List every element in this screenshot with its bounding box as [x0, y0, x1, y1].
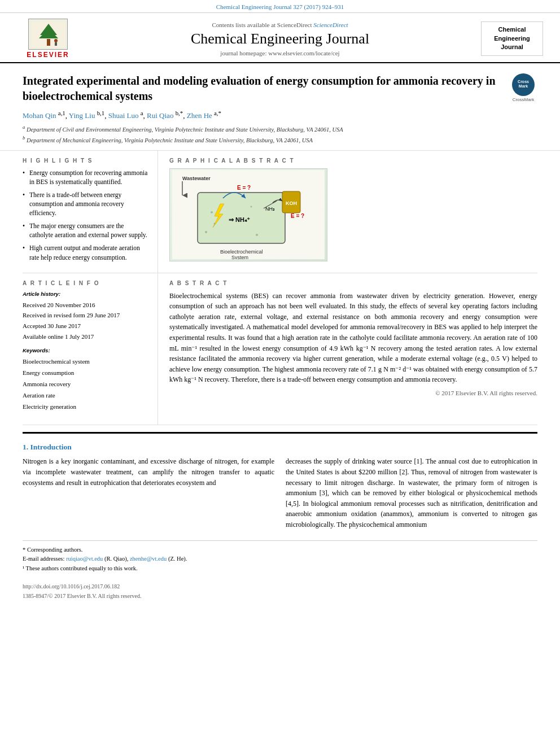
svg-text:E = ?: E = ? [291, 213, 304, 219]
graphical-section-label: G R A P H I C A L A B S T R A C T [169, 158, 537, 164]
svg-point-24 [214, 223, 216, 225]
keyword-item: Electricity generation [23, 401, 149, 413]
article-title: Integrated experimental and modeling eva… [23, 73, 501, 104]
authors-line: Mohan Qin a,1, Ying Liu b,1, Shuai Luo a… [23, 110, 501, 120]
science-direct-line: Contents lists available at ScienceDirec… [90, 21, 470, 28]
graphical-abstract-column: G R A P H I C A L A B S T R A C T Wastew… [158, 151, 537, 273]
svg-point-23 [211, 211, 213, 213]
crossmark-icon[interactable]: Cross Mark [512, 73, 535, 96]
article-title-area: Integrated experimental and modeling eva… [23, 73, 501, 145]
highlight-item: The major energy consumers are the catho… [23, 221, 149, 239]
journal-logo-box: ChemicalEngineeringJournal [481, 21, 543, 55]
available-date: Available online 1 July 2017 [23, 331, 149, 342]
authors-text: Mohan Qin a,1, Ying Liu b,1, Shuai Luo a… [23, 111, 221, 120]
info-abstract-section: A R T I C L E I N F O Article history: R… [23, 273, 537, 426]
journal-header: ELSEVIER Contents lists available at Sci… [0, 13, 560, 63]
keyword-item: Energy consumption [23, 368, 149, 379]
svg-point-4 [54, 39, 58, 42]
footnotes-section: * Corresponding authors. E-mail addresse… [23, 540, 537, 578]
svg-point-26 [251, 206, 252, 208]
keywords-list: Bioelectrochemical system Energy consump… [23, 356, 149, 412]
svg-text:⇒ NH₄⁺: ⇒ NH₄⁺ [229, 216, 250, 223]
sciencedirect-link[interactable]: ScienceDirect [313, 21, 348, 28]
svg-point-25 [205, 231, 207, 233]
svg-text:Mark: Mark [519, 84, 528, 88]
intro-right-col: decreases the supply of drinking water s… [286, 456, 537, 534]
journal-title: Chemical Engineering Journal [90, 30, 470, 47]
history-label: Article history: [23, 291, 149, 297]
elsevier-tree-image [28, 19, 68, 50]
accepted-date: Accepted 30 June 2017 [23, 321, 149, 331]
highlight-item: High current output and moderate aeratio… [23, 243, 149, 261]
graphical-abstract-svg: Wastewater E = ? ⇒ NH₄⁺ NH₃ [172, 170, 325, 259]
intro-right-para-1: decreases the supply of drinking water s… [286, 456, 537, 530]
svg-rect-5 [55, 42, 57, 46]
svg-text:Cross: Cross [518, 80, 529, 84]
article-info-label: A R T I C L E I N F O [23, 280, 149, 286]
copyright-line: © 2017 Elsevier B.V. All rights reserved… [169, 390, 537, 396]
keyword-item: Bioelectrochemical system [23, 356, 149, 368]
highlights-section-label: H I G H L I G H T S [23, 158, 149, 164]
svg-text:Bioelectrochemical: Bioelectrochemical [220, 249, 263, 255]
keyword-item: Ammonia recovery [23, 379, 149, 390]
elsevier-logo: ELSEVIER [27, 19, 69, 59]
elsevier-wordmark: ELSEVIER [27, 51, 69, 59]
intro-left-col: Nitrogen is a key inorganic contaminant,… [23, 456, 274, 534]
crossmark-area[interactable]: Cross Mark CrossMark [509, 73, 537, 102]
introduction-section: 1. Introduction Nitrogen is a key inorga… [0, 434, 560, 534]
abstract-text: Bioelectrochemical systems (BES) can rec… [169, 291, 537, 385]
keyword-item: Aeration rate [23, 390, 149, 401]
email-note: E-mail addresses: ruiqiao@vt.edu (R. Qia… [23, 554, 537, 564]
received-revised-date: Received in revised form 29 June 2017 [23, 310, 149, 321]
journal-logo-box-area: ChemicalEngineeringJournal [481, 21, 543, 55]
doi-url[interactable]: http://dx.doi.org/10.1016/j.cej.2017.06.… [23, 582, 537, 591]
introduction-two-col: Nitrogen is a key inorganic contaminant,… [23, 456, 537, 534]
highlight-item: There is a trade-off between energy cons… [23, 190, 149, 217]
graphical-abstract-image: Wastewater E = ? ⇒ NH₄⁺ NH₃ [169, 168, 327, 261]
svg-text:E = ?: E = ? [237, 185, 251, 191]
svg-text:Wastewater: Wastewater [182, 176, 211, 181]
equal-contribution-note: ¹ These authors contributed equally to t… [23, 564, 537, 574]
highlights-column: H I G H L I G H T S Energy consumption f… [23, 151, 158, 273]
svg-point-27 [256, 234, 258, 236]
doi-section: http://dx.doi.org/10.1016/j.cej.2017.06.… [0, 578, 560, 606]
article-info-column: A R T I C L E I N F O Article history: R… [23, 273, 158, 425]
article-title-section: Integrated experimental and modeling eva… [0, 63, 560, 151]
abstract-column: A B S T R A C T Bioelectrochemical syste… [158, 273, 537, 425]
svg-text:System: System [231, 255, 248, 259]
elsevier-logo-area: ELSEVIER [17, 19, 79, 59]
abstract-section-label: A B S T R A C T [169, 280, 537, 286]
received-date: Received 20 November 2016 [23, 300, 149, 311]
keywords-section: Keywords: Bioelectrochemical system Ener… [23, 347, 149, 412]
keywords-label: Keywords: [23, 347, 149, 353]
highlights-abstract-section: H I G H L I G H T S Energy consumption f… [23, 151, 537, 273]
introduction-heading: 1. Introduction [23, 443, 537, 452]
article-history: Article history: Received 20 November 20… [23, 291, 149, 342]
issn-line: 1385-8947/© 2017 Elsevier B.V. All right… [23, 591, 537, 601]
affiliations: a Department of Civil and Environmental … [23, 124, 501, 145]
crossmark-label: CrossMark [513, 97, 535, 102]
affiliation-a: a Department of Civil and Environmental … [23, 124, 501, 134]
highlight-item: Energy consumption for recovering ammoni… [23, 168, 149, 186]
svg-text:KOH: KOH [286, 200, 297, 206]
svg-rect-1 [47, 39, 50, 46]
header-center: Contents lists available at ScienceDirec… [79, 21, 481, 56]
corresponding-note: * Corresponding authors. [23, 545, 537, 555]
journal-citation: Chemical Engineering Journal 327 (2017) … [216, 3, 344, 10]
affiliation-b: b Department of Mechanical Engineering, … [23, 134, 501, 145]
journal-homepage: journal homepage: www.elsevier.com/locat… [90, 50, 470, 56]
highlights-list: Energy consumption for recovering ammoni… [23, 168, 149, 262]
intro-left-para-1: Nitrogen is a key inorganic contaminant,… [23, 456, 274, 488]
journal-citation-bar: Chemical Engineering Journal 327 (2017) … [0, 0, 560, 13]
